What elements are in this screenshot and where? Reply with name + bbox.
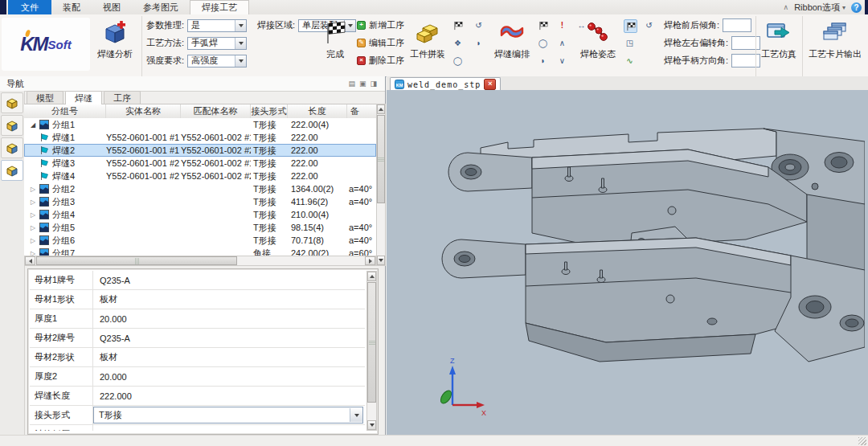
- undo-icon[interactable]: ↺: [643, 19, 655, 31]
- property-value-cell[interactable]: 20: [93, 425, 365, 431]
- property-value[interactable]: 222.000: [100, 391, 132, 401]
- paint-tool-icon[interactable]: ❖: [452, 37, 464, 49]
- torch-pose-button[interactable]: 焊枪姿态: [575, 16, 620, 76]
- document-tab[interactable]: KM weld_demo_stp ×: [390, 77, 501, 91]
- tree-hscrollbar[interactable]: [24, 256, 376, 266]
- tab-assembly[interactable]: 装配: [51, 0, 92, 14]
- vscroll-thumb[interactable]: [377, 115, 385, 203]
- edit-process-button[interactable]: ✎ 编辑工序: [357, 36, 404, 49]
- property-value[interactable]: 板材: [100, 351, 117, 363]
- pose-finish-flag-button[interactable]: [624, 19, 637, 33]
- capsule-icon[interactable]: ◗: [537, 55, 549, 67]
- side-cube-button-4[interactable]: [1, 160, 23, 181]
- table-row[interactable]: ▷分组6T形接70.71(8)a=40°: [24, 234, 376, 247]
- property-value[interactable]: Q235-A: [100, 333, 130, 343]
- col-entity-name[interactable]: 实体名称: [106, 104, 181, 118]
- assemble-finish-flag-button[interactable]: [452, 19, 464, 31]
- property-value[interactable]: 20: [100, 430, 109, 432]
- property-value[interactable]: 板材: [100, 293, 117, 305]
- panel-close-icon[interactable]: ◨: [370, 80, 377, 88]
- tab-reference[interactable]: 参考图元: [132, 0, 190, 14]
- col-note[interactable]: 备: [347, 104, 376, 118]
- expand-arrow-icon[interactable]: ▷: [29, 211, 37, 219]
- tab-operations[interactable]: 工序: [104, 91, 141, 104]
- tab-weld-process[interactable]: 焊接工艺: [190, 0, 249, 15]
- warning-icon[interactable]: !: [556, 19, 568, 31]
- tab-model[interactable]: 模型: [27, 91, 63, 104]
- expand-arrow-icon[interactable]: ▷: [29, 237, 37, 244]
- property-value-cell[interactable]: T形接: [93, 406, 365, 424]
- scroll-up-button[interactable]: [367, 272, 376, 281]
- 3d-viewport[interactable]: Z X: [387, 90, 868, 435]
- table-row[interactable]: ◢分组1T形接222.00(4): [24, 118, 376, 131]
- side-cube-button-3[interactable]: [1, 137, 23, 158]
- help-button[interactable]: ?: [851, 2, 862, 13]
- side-cube-button-1[interactable]: [1, 92, 23, 113]
- property-value-cell[interactable]: 板材: [93, 290, 365, 309]
- undo-icon[interactable]: ↺: [473, 19, 485, 31]
- chevron-down-icon[interactable]: [235, 38, 246, 49]
- param-infer-combo[interactable]: 是: [187, 19, 247, 32]
- table-row[interactable]: ▷分组4T形接210.00(4): [24, 208, 376, 221]
- collapse-ribbon-icon[interactable]: ∧: [784, 3, 789, 11]
- property-value[interactable]: Q235-A: [100, 276, 130, 285]
- process-method-combo[interactable]: 手弧焊: [187, 37, 247, 50]
- col-mate-name[interactable]: 匹配体名称: [181, 104, 251, 118]
- close-tab-icon[interactable]: ×: [484, 79, 496, 90]
- path-tool-icon[interactable]: ∿: [624, 55, 636, 67]
- property-value[interactable]: 20.000: [100, 372, 127, 382]
- capsule-tool-icon[interactable]: ◗: [473, 37, 485, 49]
- scroll-down-button[interactable]: [377, 256, 385, 265]
- weld-analysis-button[interactable]: 焊缝分析: [92, 16, 138, 76]
- scroll-up-button[interactable]: [377, 104, 385, 114]
- sphere-icon[interactable]: ◯: [537, 37, 549, 49]
- chevron-down-icon[interactable]: [235, 20, 246, 31]
- property-value-cell[interactable]: Q235-A: [93, 271, 365, 289]
- property-value-cell[interactable]: 板材: [93, 348, 365, 366]
- delete-process-button[interactable]: × 删除工序: [357, 54, 404, 67]
- panel-dock-icon[interactable]: ▤: [348, 80, 355, 88]
- finish-button[interactable]: 完成: [318, 16, 352, 76]
- table-row[interactable]: 焊缝1Y552-0601-001 #1Y552-0601-002 #1T形接22…: [24, 131, 376, 144]
- table-row[interactable]: 焊缝2Y552-0601-001 #1Y552-0601-002 #2T形接22…: [24, 144, 376, 157]
- chevron-down-icon[interactable]: [350, 408, 362, 422]
- scroll-right-button[interactable]: [365, 256, 375, 265]
- move-up-icon[interactable]: ∧: [556, 37, 568, 49]
- tab-weld-seams[interactable]: 焊缝: [65, 91, 102, 104]
- col-group-id[interactable]: 分组号: [24, 104, 106, 118]
- torch-pitch-input[interactable]: [723, 18, 751, 32]
- table-row[interactable]: ▷分组2T形接1364.00(2)a=40°: [24, 182, 376, 195]
- pick-tool-icon[interactable]: ◳: [624, 37, 636, 49]
- table-row[interactable]: ▷分组3T形接411.96(2)a=40°: [24, 195, 376, 208]
- vscroll-thumb[interactable]: [367, 282, 376, 403]
- expand-arrow-icon[interactable]: ▷: [29, 186, 37, 193]
- scroll-down-button[interactable]: [367, 420, 376, 430]
- sphere-tool-icon[interactable]: ◯: [452, 55, 464, 67]
- col-length[interactable]: 长度: [288, 104, 347, 118]
- process-simulate-button[interactable]: 工艺仿真: [758, 16, 800, 76]
- panel-pin-icon[interactable]: ▣: [359, 80, 366, 88]
- weld-arrange-button[interactable]: 焊缝编排: [489, 16, 535, 76]
- part-assemble-button[interactable]: 工件拼装: [405, 16, 450, 76]
- property-value-cell[interactable]: 20.000: [93, 367, 365, 386]
- property-value-cell[interactable]: Q235-A: [93, 329, 365, 347]
- hscroll-thumb[interactable]: [36, 256, 237, 265]
- property-value[interactable]: 20.000: [100, 314, 127, 324]
- strength-req-combo[interactable]: 高强度: [187, 55, 247, 68]
- arrange-finish-flag-button[interactable]: [537, 19, 549, 31]
- tree-vscrollbar[interactable]: [376, 104, 386, 266]
- joint-type-combo[interactable]: T形接: [93, 407, 363, 423]
- add-process-button[interactable]: + 新增工序: [357, 18, 404, 31]
- property-value-cell[interactable]: 20.000: [93, 309, 365, 328]
- expand-arrow-icon[interactable]: ▷: [29, 198, 37, 206]
- collapse-arrow-icon[interactable]: ◢: [29, 121, 37, 129]
- move-down-icon[interactable]: ∨: [556, 55, 568, 67]
- scroll-left-button[interactable]: [25, 256, 35, 265]
- resize-grip[interactable]: [858, 437, 866, 445]
- property-value-cell[interactable]: 222.000: [93, 387, 365, 405]
- table-row[interactable]: 焊缝3Y552-0601-001 #2Y552-0601-002 #1T形接22…: [24, 157, 376, 170]
- table-row[interactable]: 焊缝4Y552-0601-001 #2Y552-0601-002 #2T形接22…: [24, 170, 376, 182]
- chevron-down-icon[interactable]: [235, 55, 246, 67]
- process-card-output-button[interactable]: 工艺卡片输出: [806, 16, 864, 76]
- table-row[interactable]: ▷分组5T形接98.15(4)a=40°: [24, 221, 376, 234]
